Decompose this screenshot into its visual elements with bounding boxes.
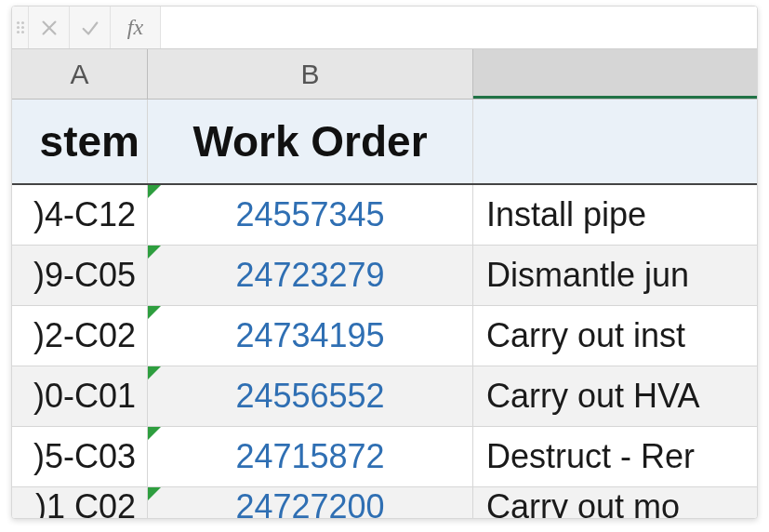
worksheet-grid[interactable]: stem Work Order )4-C12 24557345 Install … [12, 100, 757, 519]
x-icon [39, 18, 60, 38]
cell-desc[interactable]: Dismantle jun [473, 246, 757, 305]
error-indicator-icon [148, 427, 161, 440]
check-icon [80, 18, 100, 38]
error-indicator-icon [148, 306, 161, 319]
formula-bar-grip [12, 7, 29, 48]
cell-work-order[interactable]: 24715872 [148, 427, 473, 486]
table-row: )4-C12 24557345 Install pipe [12, 185, 757, 246]
cell-desc[interactable]: Carry out HVA [473, 366, 757, 426]
column-header-C[interactable] [473, 49, 757, 99]
table-row: )0-C01 24556552 Carry out HVA [12, 366, 757, 427]
error-indicator-icon [148, 366, 161, 379]
spreadsheet-window: fx A B stem Work Order )4-C12 24557345 I… [11, 6, 758, 519]
cell-system[interactable]: )0-C01 [12, 366, 148, 426]
cell-work-order[interactable]: 24723279 [148, 246, 473, 305]
enter-formula-button[interactable] [70, 7, 111, 48]
table-row: )9-C05 24723279 Dismantle jun [12, 246, 757, 306]
table-header-row: stem Work Order [12, 100, 757, 185]
cell-desc[interactable]: Destruct - Rer [473, 427, 757, 486]
error-indicator-icon [148, 185, 161, 198]
cell-system[interactable]: )4-C12 [12, 185, 148, 245]
cell-system[interactable]: )5-C03 [12, 427, 148, 486]
cancel-formula-button[interactable] [29, 7, 70, 48]
cell-work-order[interactable]: 24557345 [148, 185, 473, 245]
error-indicator-icon [148, 487, 161, 500]
header-cell-work-order[interactable]: Work Order [148, 100, 473, 183]
cell-desc[interactable]: Carry out mo [473, 487, 757, 519]
table-row: )5-C03 24715872 Destruct - Rer [12, 427, 757, 487]
table-row: )2-C02 24734195 Carry out inst [12, 306, 757, 366]
header-cell-desc[interactable] [473, 100, 757, 183]
cell-work-order[interactable]: 24734195 [148, 306, 473, 366]
table-row: )1 C02 24727200 Carry out mo [12, 487, 757, 519]
header-cell-system[interactable]: stem [12, 100, 148, 183]
cell-system[interactable]: )9-C05 [12, 246, 148, 305]
insert-function-button[interactable]: fx [111, 7, 161, 48]
formula-input[interactable] [161, 7, 757, 48]
cell-system[interactable]: )2-C02 [12, 306, 148, 366]
column-header-B[interactable]: B [148, 49, 473, 99]
column-header-A[interactable]: A [12, 49, 148, 99]
fx-label: fx [127, 15, 143, 40]
cell-desc[interactable]: Carry out inst [473, 306, 757, 366]
error-indicator-icon [148, 246, 161, 259]
cell-system[interactable]: )1 C02 [12, 487, 148, 519]
cell-work-order[interactable]: 24727200 [148, 487, 473, 519]
formula-bar: fx [12, 7, 757, 49]
column-header-row: A B [12, 49, 757, 100]
cell-work-order[interactable]: 24556552 [148, 366, 473, 426]
cell-desc[interactable]: Install pipe [473, 185, 757, 245]
